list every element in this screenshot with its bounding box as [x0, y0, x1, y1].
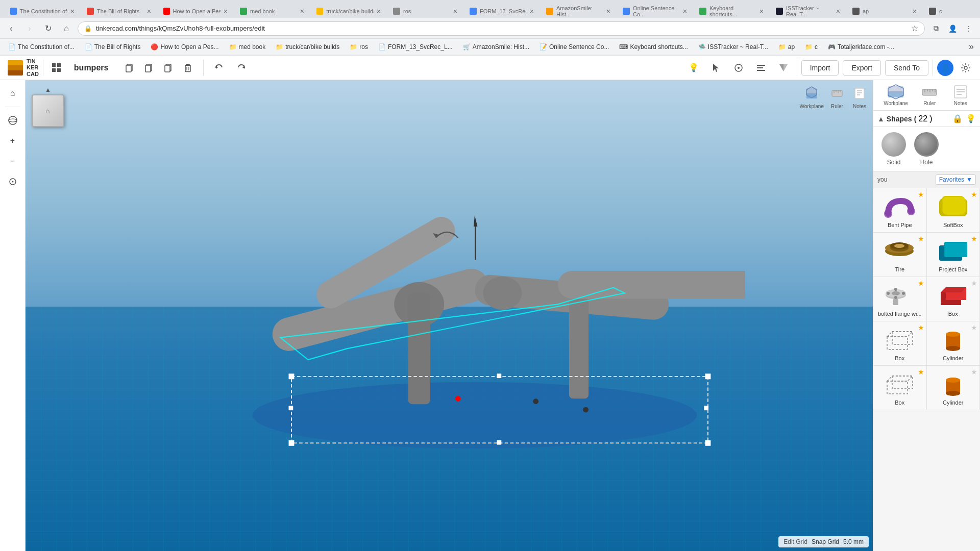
copy-button[interactable] [120, 59, 139, 77]
send-to-button[interactable]: Send To [885, 60, 928, 76]
bent-pipe-star[interactable]: ★ [918, 190, 924, 198]
shape-project-box[interactable]: ★ Project Box [927, 233, 981, 277]
back-button[interactable]: ‹ [4, 21, 18, 36]
notes-tool[interactable]: Notes [850, 84, 869, 109]
extensions-button[interactable]: ⧉ [929, 21, 943, 36]
shape-cylinder2[interactable]: ★ Cylinder [927, 366, 981, 410]
tab-keyboard[interactable]: Keyboard shortcuts... × [693, 4, 770, 18]
fit-view-button[interactable] [4, 172, 22, 191]
duplicate-button[interactable] [159, 59, 178, 77]
tab-online[interactable]: Online Sentence Co... × [617, 4, 693, 18]
viewport[interactable]: ▲ ⌂ Workplane [26, 80, 873, 551]
workplane-tool[interactable]: Workplane [799, 84, 824, 109]
align-icon[interactable] [752, 59, 770, 77]
bookmark-star[interactable]: ☆ [911, 23, 918, 33]
ruler-button[interactable]: Ruler [920, 84, 939, 106]
tab-truck[interactable]: truck/car/bike builds × [310, 4, 387, 18]
cylinder-star[interactable]: ★ [971, 323, 977, 332]
shapes-category-dropdown[interactable]: Favorites ▼ [936, 174, 976, 185]
bookmark-howto[interactable]: 🔴 How to Open a Pes... [146, 42, 223, 52]
bookmark-amazon[interactable]: 🛒 AmazonSmile: Hist... [459, 42, 533, 52]
bolted-flange-star[interactable]: ★ [918, 279, 924, 287]
profile-button[interactable]: 👤 [945, 21, 960, 36]
project-box-star[interactable]: ★ [971, 235, 977, 243]
bookmark-constitution[interactable]: 📄 The Constitution of... [4, 42, 79, 52]
shape-bolted-flange[interactable]: ★ bolted flange wi... [873, 277, 927, 321]
zoom-out-button[interactable]: − [4, 152, 22, 170]
mirror-icon[interactable] [774, 59, 793, 77]
menu-grid-button[interactable] [47, 59, 66, 77]
shape-tire[interactable]: ★ Tire [873, 233, 927, 277]
softbox-star[interactable]: ★ [971, 190, 977, 198]
bookmark-online[interactable]: 📝 Online Sentence Co... [535, 42, 613, 52]
redo-button[interactable] [232, 59, 251, 77]
tab-ap[interactable]: ap × [846, 4, 923, 18]
tab-amazon[interactable]: AmazonSmile: Hist... × [540, 4, 617, 18]
tab-howto[interactable]: How to Open a Pes... × [157, 4, 234, 18]
user-avatar[interactable]: 👤 [937, 60, 953, 76]
bookmark-iss[interactable]: 🛸 ISSTracker ~ Real-T... [694, 42, 772, 52]
tab-medbook[interactable]: med book × [234, 4, 310, 18]
bookmark-keyboard[interactable]: ⌨ Keyboard shortcuts... [615, 42, 692, 52]
box-gray-star[interactable]: ★ [918, 323, 924, 332]
bookmark-form[interactable]: 📄 FORM_13_SvcRec_L... [374, 42, 457, 52]
lightbulb-icon[interactable]: 💡 [966, 114, 976, 123]
tab-constitution[interactable]: The Constitution of... × [4, 4, 81, 18]
box2-star[interactable]: ★ [918, 368, 924, 376]
lock-icon[interactable]: 🔒 [952, 114, 963, 123]
solid-option[interactable]: Solid [881, 132, 906, 166]
box-red-star[interactable]: ★ [971, 279, 977, 287]
shape-box-gray[interactable]: ★ Box [873, 321, 927, 366]
bookmark-ap[interactable]: 📁 ap [774, 42, 799, 52]
shape-cylinder[interactable]: ★ Cylinder [927, 321, 981, 366]
import-button[interactable]: Import [801, 60, 839, 76]
workplane-button[interactable]: Workplane [884, 84, 908, 106]
forward-button[interactable]: › [22, 21, 37, 36]
shapes-title: Shapes [887, 115, 912, 123]
shapes-collapse-button[interactable]: ▲ [877, 115, 885, 123]
tab-bill-of-rights[interactable]: The Bill of Rights × [81, 4, 157, 18]
home-nav-button[interactable]: ⌂ [4, 84, 22, 103]
edit-grid-button[interactable]: Edit Grid [783, 538, 807, 545]
tab-iss[interactable]: ISSTracker ~ Real-T... × [770, 4, 846, 18]
svg-rect-1 [57, 63, 61, 67]
shape-softbox[interactable]: ★ SoftBox [927, 188, 981, 233]
transform-icon[interactable] [729, 59, 748, 77]
select-icon[interactable] [707, 59, 725, 77]
cylinder2-star[interactable]: ★ [971, 368, 977, 376]
delete-button[interactable] [179, 59, 197, 77]
tab-form[interactable]: FORM_13_SvcRec_L... × [463, 4, 540, 18]
shape-bent-pipe[interactable]: ★ Bent Pipe [873, 188, 927, 233]
zoom-in-button[interactable]: + [4, 132, 22, 150]
tab-c[interactable]: c × [923, 4, 980, 18]
svg-rect-43 [705, 373, 711, 379]
bookmark-totaljerkface[interactable]: 🎮 Totaljerkface.com -... [824, 42, 898, 52]
address-bar[interactable]: 🔒 tinkercad.com/things/kQmsZvUhoh8-full-… [78, 21, 925, 36]
menu-button[interactable]: ⋮ [962, 21, 976, 36]
view-cube[interactable]: ⌂ [32, 94, 64, 127]
bookmark-bill-of-rights[interactable]: 📄 The Bill of Rights [81, 42, 145, 52]
orbit-button[interactable] [4, 111, 22, 130]
snap-grid-value[interactable]: 5.0 mm [843, 538, 864, 545]
shape-box-red[interactable]: ★ Box [927, 277, 981, 321]
svg-point-29 [12, 181, 13, 183]
notes-button[interactable]: Notes [951, 84, 970, 106]
settings-button[interactable] [958, 60, 974, 76]
bookmarks-more-button[interactable]: » [967, 41, 976, 52]
shape-box2[interactable]: ★ Box [873, 366, 927, 410]
paste-button[interactable] [140, 59, 158, 77]
tab-ros[interactable]: ros × [387, 4, 463, 18]
tire-star[interactable]: ★ [918, 235, 924, 243]
bookmark-truck[interactable]: 📁 truck/car/bike builds [272, 42, 344, 52]
undo-button[interactable] [210, 59, 228, 77]
refresh-button[interactable]: ↻ [41, 21, 55, 36]
hole-option[interactable]: Hole [914, 132, 939, 166]
bookmark-medbook[interactable]: 📁 med book [225, 42, 270, 52]
bookmark-c[interactable]: 📁 c [801, 42, 822, 52]
home-button[interactable]: ⌂ [59, 21, 74, 36]
light-icon[interactable]: 💡 [684, 59, 703, 77]
ruler-tool[interactable]: Ruler [828, 84, 846, 109]
svg-rect-111 [887, 381, 908, 394]
export-button[interactable]: Export [843, 60, 880, 76]
bookmark-ros[interactable]: 📁 ros [346, 42, 372, 52]
